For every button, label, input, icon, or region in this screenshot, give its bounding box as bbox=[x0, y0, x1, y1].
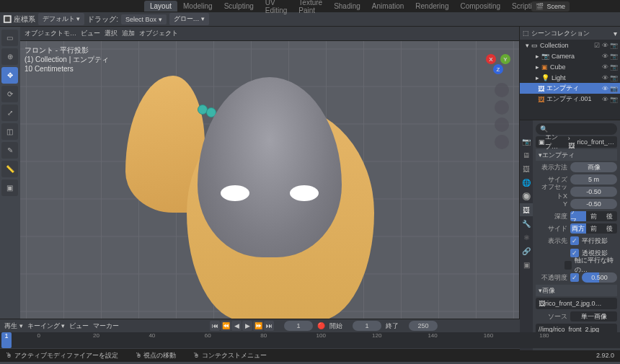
current-frame[interactable]: 1 bbox=[284, 321, 313, 331]
outliner-camera[interactable]: ▸📷Camera 👁📷 bbox=[520, 50, 620, 61]
ptab-constraint[interactable]: 🔗 bbox=[520, 244, 533, 257]
play-icon[interactable]: ▶ bbox=[242, 321, 252, 331]
workspace-tabs: Layout Modeling Sculpting UV Editing Tex… bbox=[0, 0, 519, 12]
playback-menu[interactable]: 再生 ▾ bbox=[4, 321, 23, 331]
tab-compositing[interactable]: Compositing bbox=[454, 1, 506, 12]
check-axis[interactable] bbox=[564, 261, 572, 270]
check-opacity[interactable]: ✓ bbox=[570, 273, 579, 282]
ptab-physics[interactable]: ⚛ bbox=[520, 231, 533, 244]
nav-pan-icon[interactable] bbox=[495, 100, 509, 115]
outliner-light[interactable]: ▸💡Light 👁📷 bbox=[520, 72, 620, 83]
side-seg[interactable]: 両方前後 bbox=[570, 223, 617, 234]
check-ortho[interactable]: ✓ bbox=[570, 236, 579, 245]
size-field[interactable]: 5 m bbox=[570, 174, 617, 185]
end-frame[interactable]: 250 bbox=[409, 321, 438, 331]
timeline-cursor[interactable]: 1 bbox=[1, 332, 12, 348]
drag-label: ドラッグ: bbox=[87, 14, 118, 25]
orientation[interactable]: デフォルト ▾ bbox=[38, 13, 85, 25]
tool-rotate[interactable]: ⟳ bbox=[1, 86, 18, 102]
tool-move[interactable]: ✥ bbox=[1, 67, 18, 84]
tab-texpaint[interactable]: Texture Paint bbox=[293, 0, 328, 16]
ptab-data[interactable]: ▣ bbox=[520, 258, 533, 271]
outliner-header: ⬚ シーンコレクション ▾ bbox=[520, 27, 620, 40]
jump-start-icon[interactable]: ⏮ bbox=[210, 321, 220, 331]
outliner-empty-001[interactable]: 🖼エンプティ.001 👁📷 bbox=[520, 94, 620, 105]
tab-sculpting[interactable]: Sculpting bbox=[218, 1, 260, 12]
transform-orientation[interactable]: グロー… ▾ bbox=[169, 13, 210, 25]
viewport-local-header: オブジェクトモ… ビュー 選択 追加 オブジェクト bbox=[20, 27, 519, 41]
tool-scale[interactable]: ⤢ bbox=[1, 105, 18, 121]
jump-end-icon[interactable]: ⏭ bbox=[264, 321, 274, 331]
mesh-eye-right bbox=[290, 185, 319, 201]
display-method[interactable]: 画像 bbox=[570, 162, 617, 172]
ptab-view[interactable]: 🖼 bbox=[520, 162, 533, 175]
tl-marker[interactable]: マーカー bbox=[93, 321, 119, 331]
next-key-icon[interactable]: ⏩ bbox=[253, 321, 263, 331]
play-controls: ⏮ ⏪ ◀ ▶ ⏩ ⏭ bbox=[210, 321, 274, 331]
outliner-collection[interactable]: ▾▭Collection ☑👁📷 bbox=[520, 40, 620, 50]
menu-object[interactable]: オブジェクト bbox=[139, 29, 178, 38]
mesh-eye-left bbox=[221, 185, 249, 201]
axis-gizmo[interactable]: X Y Z bbox=[486, 47, 512, 73]
timeline-track[interactable]: 1 0 20 40 60 80 100 120 140 160 180 bbox=[0, 332, 620, 348]
properties-panel: 📷 🖥 🖼 🌐 🔘 🖼 🔧 ⚛ 🔗 ▣ 🔍 ▣ エンプ… › 🖼 rico_fr… bbox=[520, 120, 620, 350]
menu-select[interactable]: 選択 bbox=[105, 29, 118, 38]
tab-shading[interactable]: Shading bbox=[328, 1, 366, 12]
image-datablock[interactable]: 🖼 rico_front_2.jpg.0… bbox=[536, 298, 617, 309]
selectbox[interactable]: Select Box ▾ bbox=[121, 14, 167, 25]
ptab-render[interactable]: 📷 bbox=[520, 135, 533, 148]
tab-layout[interactable]: Layout bbox=[144, 1, 177, 12]
scene-selector[interactable]: 🎬Scene bbox=[531, 1, 570, 12]
opacity-field[interactable]: 0.500 bbox=[582, 272, 617, 283]
menu-view[interactable]: ビュー bbox=[81, 29, 100, 38]
panel-image-header[interactable]: ▾ 画像 bbox=[536, 285, 617, 296]
property-content: 🔍 ▣ エンプ… › 🖼 rico_front_… ▾ エンプティ 表示方法画像… bbox=[533, 120, 620, 350]
ptab-scene[interactable]: 🌐 bbox=[520, 176, 533, 189]
offsety-field[interactable]: -0.50 bbox=[570, 199, 617, 209]
tab-uv[interactable]: UV Editing bbox=[260, 0, 293, 16]
nav-zoom-icon[interactable] bbox=[495, 83, 509, 97]
tl-view[interactable]: ビュー bbox=[69, 321, 89, 331]
outliner-cube[interactable]: ▸▣Cube 👁📷 bbox=[520, 61, 620, 72]
right-panel: ⬚ シーンコレクション ▾ ▾▭Collection ☑👁📷 ▸📷Camera … bbox=[519, 27, 620, 319]
viewport-3d[interactable]: オブジェクトモ… ビュー 選択 追加 オブジェクト フロント - 平行投影 (1… bbox=[20, 27, 519, 319]
filter-icon[interactable]: ▾ bbox=[614, 30, 617, 37]
keying-menu[interactable]: キーイング ▾ bbox=[27, 321, 66, 331]
tool-cursor[interactable]: ⊕ bbox=[1, 48, 18, 65]
start-frame[interactable]: 1 bbox=[353, 321, 381, 331]
statusbar: 🖱 アクティブモディファイアーを設定 🖱 視点の移動 🖱 コンテクストメニュー … bbox=[0, 349, 620, 362]
play-rev-icon[interactable]: ◀ bbox=[231, 321, 242, 331]
version-text: 2.92.0 bbox=[596, 352, 614, 359]
outliner: ⬚ シーンコレクション ▾ ▾▭Collection ☑👁📷 ▸📷Camera … bbox=[520, 27, 620, 120]
ptab-output[interactable]: 🖥 bbox=[520, 148, 533, 161]
tab-rendering[interactable]: Rendering bbox=[409, 1, 454, 12]
panel-empty-header[interactable]: ▾ エンプティ bbox=[536, 149, 617, 161]
ptab-world[interactable]: 🔘 bbox=[520, 190, 533, 203]
tool-addcube[interactable]: ▣ bbox=[1, 179, 18, 196]
tool-transform[interactable]: ◫ bbox=[1, 123, 18, 140]
prev-key-icon[interactable]: ⏪ bbox=[221, 321, 231, 331]
menu-add[interactable]: 追加 bbox=[122, 29, 135, 38]
tab-animation[interactable]: Animation bbox=[366, 1, 409, 12]
prop-breadcrumb[interactable]: ▣ エンプ… › 🖼 rico_front_… bbox=[536, 136, 617, 148]
objectmode-dropdown[interactable]: オブジェクトモ… bbox=[25, 29, 76, 38]
offsetx-field[interactable]: -0.50 bbox=[570, 187, 617, 197]
nav-persp-icon[interactable] bbox=[495, 135, 509, 149]
source-field[interactable]: 単一画像 bbox=[570, 311, 617, 321]
property-tabs: 📷 🖥 🖼 🌐 🔘 🖼 🔧 ⚛ 🔗 ▣ bbox=[520, 120, 533, 350]
ptab-modifier[interactable]: 🔧 bbox=[520, 217, 533, 230]
toolbar: ▭ ⊕ ✥ ⟳ ⤢ ◫ ✎ 📏 ▣ bbox=[0, 27, 20, 319]
tool-annotate[interactable]: ✎ bbox=[1, 142, 18, 159]
nav-camera-icon[interactable] bbox=[495, 117, 509, 132]
depth-seg[interactable]: デフ…前後 bbox=[570, 211, 617, 221]
tool-select[interactable]: ▭ bbox=[1, 30, 18, 46]
outliner-empty-active[interactable]: 🖼エンプティ 👁📷 bbox=[520, 83, 620, 94]
tab-modeling[interactable]: Modeling bbox=[177, 1, 218, 12]
ptab-object[interactable]: 🖼 bbox=[520, 203, 533, 216]
tool-measure[interactable]: 📏 bbox=[1, 161, 18, 177]
mode-selector[interactable]: 🔳 座標系 bbox=[3, 14, 35, 25]
